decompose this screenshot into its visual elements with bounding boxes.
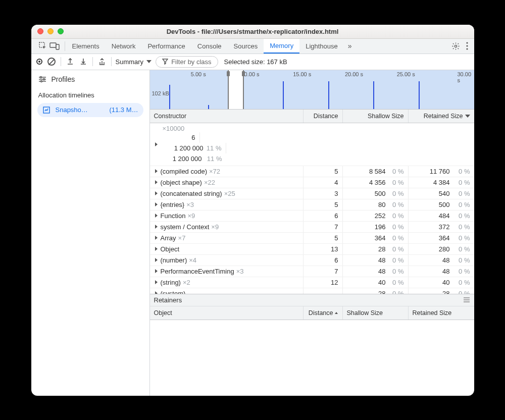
expand-icon[interactable] (155, 191, 158, 195)
table-row[interactable]: (compiled code)×7258 5840 %11 7600 % (150, 166, 474, 177)
tab-memory[interactable]: Memory (264, 39, 299, 54)
timeline-brush[interactable] (228, 70, 244, 109)
allocation-timeline[interactable]: 5.00 s10.00 s15.00 s20.00 s25.00 s30.00 … (150, 70, 474, 110)
snapshot-item[interactable]: Snapsho… (11.3 M… (37, 103, 143, 117)
constructor-name: {entries} (161, 201, 185, 208)
constructor-name: Array (161, 234, 176, 242)
expand-icon[interactable] (155, 169, 158, 173)
ret-col-distance[interactable]: Distance (304, 306, 343, 320)
ret-col-shallow[interactable]: Shallow Size (343, 306, 409, 320)
allocation-bar (283, 81, 284, 109)
zoom-window-button[interactable] (58, 28, 64, 34)
table-row[interactable]: (object shape)×2244 3560 %4 3840 % (150, 177, 474, 188)
tab-performance[interactable]: Performance (141, 39, 191, 54)
expand-icon[interactable] (155, 247, 158, 251)
devtools-window: DevTools - file:///Users/stmarthe/x-repl… (31, 25, 474, 396)
svg-rect-2 (56, 44, 59, 49)
shallow-cell: 5000 % (343, 188, 409, 199)
memory-toolbar: Summary Filter by class Selected size: 1… (31, 54, 474, 70)
expand-icon[interactable] (155, 225, 158, 229)
distance-cell: 6 (161, 132, 200, 143)
device-toggle-icon[interactable] (49, 42, 60, 50)
col-distance[interactable]: Distance (304, 110, 343, 123)
tab-console[interactable]: Console (191, 39, 228, 54)
import-icon[interactable] (79, 58, 87, 66)
table-row[interactable]: Function×962520 %4840 % (150, 211, 474, 222)
retainers-panel: Retainers Object Distance Shallow Size R… (150, 294, 474, 365)
table-row[interactable]: {entries}×35800 %5000 % (150, 199, 474, 211)
ret-col-retained[interactable]: Retained Size (409, 306, 474, 320)
count: ×7 (178, 234, 186, 242)
table-row[interactable]: (concatenated string)×2535000 %5400 % (150, 188, 474, 199)
col-retained[interactable]: Retained Size (409, 110, 474, 123)
retained-cell: 280 % (409, 288, 474, 294)
sort-asc-icon (334, 311, 338, 315)
table-row[interactable]: PerformanceEventTiming×37480 %480 % (150, 266, 474, 277)
tab-elements[interactable]: Elements (66, 39, 106, 54)
sliders-icon[interactable] (38, 76, 46, 83)
distance-cell: 7 (304, 222, 343, 232)
constructor-name: Object (161, 245, 180, 253)
export-icon[interactable] (66, 58, 74, 66)
retained-cell: 400 % (409, 277, 474, 288)
table-row[interactable]: ×1000061 200 00011 %1 200 00011 % (150, 123, 474, 166)
profiles-label: Profiles (52, 75, 75, 83)
constructor-name: (number) (161, 256, 187, 264)
constructor-name: ×1000061 200 00011 %1 200 00011 % (161, 125, 226, 164)
expand-icon[interactable] (155, 180, 158, 184)
window-controls (37, 28, 64, 34)
allocation-bar (169, 85, 170, 109)
distance-cell: 7 (304, 266, 343, 277)
expand-icon[interactable] (155, 236, 158, 240)
snapshot-name: Snapsho… (56, 106, 105, 114)
distance-cell: 5 (304, 199, 343, 210)
distance-cell: 5 (304, 233, 343, 243)
inspect-icon[interactable] (38, 41, 47, 50)
col-constructor[interactable]: Constructor (150, 110, 304, 123)
shallow-cell: 3640 % (343, 233, 409, 243)
distance-cell: 5 (304, 166, 343, 177)
retainers-menu-icon[interactable] (463, 297, 470, 302)
table-row[interactable]: (number)×46480 %480 % (150, 255, 474, 266)
expand-icon[interactable] (155, 280, 158, 284)
shallow-cell: 280 % (343, 244, 409, 254)
table-row[interactable]: Object13280 %2800 % (150, 244, 474, 255)
constructor-name: (system) (161, 290, 186, 294)
record-button[interactable] (36, 59, 42, 65)
expand-icon[interactable] (155, 202, 158, 206)
allocation-bar (328, 81, 329, 109)
window-title: DevTools - file:///Users/stmarthe/x-repl… (37, 28, 468, 35)
class-filter-input[interactable]: Filter by class (156, 56, 218, 68)
retainers-empty (150, 320, 474, 365)
clear-button[interactable] (47, 58, 56, 66)
heap-table: ×1000061 200 00011 %1 200 00011 %(compil… (150, 123, 474, 294)
count: ×72 (209, 168, 220, 175)
more-icon[interactable] (466, 42, 468, 50)
ret-col-object[interactable]: Object (150, 306, 304, 320)
table-row[interactable]: (system)–280 %280 % (150, 288, 474, 294)
tab-lighthouse[interactable]: Lighthouse (299, 39, 344, 54)
expand-icon[interactable] (155, 214, 158, 218)
settings-icon[interactable] (451, 42, 460, 50)
col-shallow[interactable]: Shallow Size (343, 110, 409, 123)
retained-cell: 1 200 00011 % (161, 153, 226, 164)
tabs-overflow-button[interactable]: » (344, 39, 356, 54)
table-row[interactable]: system / Context×971960 %3720 % (150, 222, 474, 233)
count: ×3 (186, 201, 194, 208)
tab-sources[interactable]: Sources (228, 39, 264, 54)
retained-cell: 11 7600 % (409, 166, 474, 177)
table-row[interactable]: Array×753640 %3640 % (150, 233, 474, 244)
table-row[interactable]: (string)×212400 %400 % (150, 277, 474, 288)
constructor-name: (concatenated string) (161, 190, 222, 197)
close-window-button[interactable] (37, 28, 43, 34)
expand-icon[interactable] (155, 258, 158, 262)
gc-icon[interactable] (98, 58, 106, 66)
minimize-window-button[interactable] (47, 28, 54, 34)
expand-icon[interactable] (155, 269, 158, 273)
snapshot-size: (11.3 M… (109, 106, 138, 114)
view-dropdown[interactable]: Summary (112, 58, 156, 66)
shallow-cell: 480 % (343, 266, 409, 277)
expand-icon[interactable] (155, 142, 158, 146)
count: ×9 (211, 223, 219, 231)
tab-network[interactable]: Network (106, 39, 142, 54)
